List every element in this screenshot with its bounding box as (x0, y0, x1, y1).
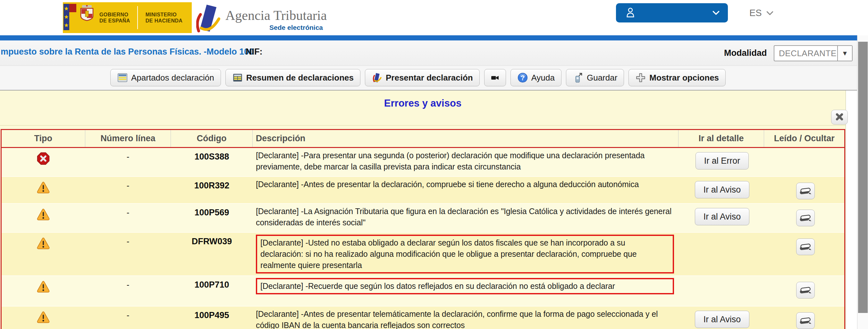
svg-text:?: ? (520, 74, 525, 82)
go-to-detail-button[interactable]: Ir al Error (695, 152, 749, 169)
ayuda-icon: ? (517, 72, 528, 83)
table-header-row: Tipo Número línea Código Descripción Ir … (2, 130, 844, 148)
column-header-descripcion: Descripción (252, 130, 678, 147)
language-code: ES (749, 8, 762, 18)
guardar-button[interactable]: Guardar (566, 69, 624, 86)
line-number-cell: - (85, 177, 171, 191)
toolbar-buttons: Apartados declaración Resumen de declara… (110, 69, 725, 86)
chevron-down-icon (766, 9, 774, 17)
table-row: - DFRW039 [Declarante] -Usted no estaba … (2, 232, 844, 275)
agencia-tributaria-logo: Agencia Tributaria Sede electrónica (196, 3, 331, 34)
table-body: - 100S388 [Declarante] -Para presentar u… (2, 148, 844, 329)
resumen-declaraciones-button[interactable]: Resumen de declaraciones (225, 69, 361, 86)
language-selector[interactable]: ES (749, 8, 774, 18)
error-icon (36, 152, 50, 165)
warning-icon (36, 280, 50, 293)
line-number-cell: - (85, 204, 171, 218)
modality-select[interactable]: DECLARANTE ▼ (774, 45, 852, 61)
code-cell: 100P710 (171, 276, 253, 290)
chevron-down-icon (712, 9, 720, 17)
code-cell: 100R392 (171, 177, 253, 191)
guardar-icon (573, 72, 584, 83)
ministerio-label: MINISTERIO DE HACIENDA (146, 11, 183, 24)
mark-read-hide-button[interactable] (796, 210, 815, 226)
warning-icon (36, 237, 50, 250)
top-header: GOBIERNO DE ESPAÑA MINISTERIO DE HACIEND… (0, 0, 868, 35)
column-header-codigo: Código (170, 130, 252, 147)
code-cell: 100P569 (171, 204, 253, 218)
apartados-declaracion-button[interactable]: Apartados declaración (110, 69, 221, 86)
warning-icon (36, 181, 50, 194)
gobierno-espana-logo: GOBIERNO DE ESPAÑA MINISTERIO DE HACIEND… (63, 2, 192, 33)
logo-divider (137, 6, 138, 29)
code-cell: DFRW039 (171, 233, 253, 247)
agency-name: Agencia Tributaria (225, 8, 327, 23)
panel-divider (0, 125, 845, 126)
agency-subtitle: Sede electrónica (227, 24, 323, 31)
video-icon (490, 72, 500, 83)
table-row: - 100P495 [Declarante] -Antes de present… (2, 306, 844, 329)
user-menu-button[interactable] (616, 3, 728, 23)
mark-read-hide-button[interactable] (796, 239, 815, 255)
renta-web-page: GOBIERNO DE ESPAÑA MINISTERIO DE HACIEND… (0, 0, 868, 329)
column-header-ir-al-detalle: Ir al detalle (678, 130, 764, 147)
table-row: - 100P710 [Declarante] -Recuerde que seg… (2, 275, 844, 306)
description-text: [Declarante] -Para presentar una segunda… (256, 150, 674, 172)
go-to-detail-button[interactable]: Ir al Aviso (695, 208, 750, 225)
gobierno-label: GOBIERNO DE ESPAÑA (99, 11, 130, 24)
table-row: - 100S388 [Declarante] -Para presentar u… (2, 148, 844, 176)
nif-label: NIF: (246, 47, 262, 57)
go-to-detail-button[interactable]: Ir al Aviso (695, 311, 750, 328)
warning-icon (36, 310, 50, 324)
errors-table: Tipo Número línea Código Descripción Ir … (1, 129, 845, 329)
description-text: [Declarante] -Antes de presentar telemát… (256, 308, 674, 329)
warning-icon (36, 208, 50, 221)
description-text: [Declarante] -Recuerde que según los dat… (256, 278, 674, 294)
code-cell: 100P495 (171, 306, 253, 320)
column-header-numero-linea: Número línea (85, 130, 171, 147)
line-number-cell: - (85, 233, 171, 247)
user-icon (625, 6, 636, 20)
presentar-declaracion-button[interactable]: Presentar declaración (365, 69, 480, 86)
scrollbar-thumb[interactable] (858, 42, 868, 313)
mark-read-hide-button[interactable] (796, 183, 815, 199)
go-to-detail-button[interactable]: Ir al Aviso (695, 181, 750, 198)
accent-bar (0, 35, 857, 40)
modality-label: Modalidad (724, 48, 767, 58)
table-row: - 100P569 [Declarante] -La Asignación Tr… (2, 203, 844, 232)
errors-panel: Errores y avisos Tipo Número línea Códig… (0, 90, 846, 329)
mark-read-hide-button[interactable] (796, 312, 815, 329)
panel-title: Errores y avisos (0, 98, 845, 109)
description-text: [Declarante] -Antes de presentar la decl… (256, 179, 674, 190)
code-cell: 100S388 (171, 148, 253, 162)
close-icon (835, 113, 844, 122)
close-panel-button[interactable] (831, 110, 848, 125)
dropdown-arrow-icon[interactable]: ▼ (837, 46, 852, 61)
apartados-icon (117, 72, 128, 83)
table-row: - 100R392 [Declarante] -Antes de present… (2, 176, 844, 203)
spain-coat-of-arms-icon (63, 4, 96, 31)
aeat-swoosh-icon (196, 4, 224, 35)
opciones-icon (635, 72, 646, 83)
mark-read-hide-button[interactable] (796, 282, 815, 299)
line-number-cell: - (85, 148, 171, 162)
toolbar: Apartados declaración Resumen de declara… (0, 65, 857, 90)
line-number-cell: - (85, 276, 171, 290)
line-number-cell: - (85, 306, 171, 320)
title-row: mpuesto sobre la Renta de las Personas F… (0, 40, 857, 65)
ayuda-button[interactable]: ? Ayuda (510, 69, 561, 86)
column-header-tipo: Tipo (2, 130, 85, 147)
description-text: [Declarante] -La Asignación Tributaria q… (256, 206, 674, 228)
page-title: mpuesto sobre la Renta de las Personas F… (1, 47, 254, 57)
video-button[interactable] (484, 69, 506, 86)
modality-value: DECLARANTE (774, 49, 837, 58)
mostrar-opciones-button[interactable]: Mostrar opciones (628, 69, 725, 86)
presentar-icon (372, 72, 382, 83)
vertical-scrollbar[interactable] (857, 35, 868, 329)
resumen-icon (232, 72, 243, 83)
description-text: [Declarante] -Usted no estaba obligado a… (256, 235, 674, 273)
column-header-leido-ocultar: Leído / Ocultar (764, 130, 844, 147)
